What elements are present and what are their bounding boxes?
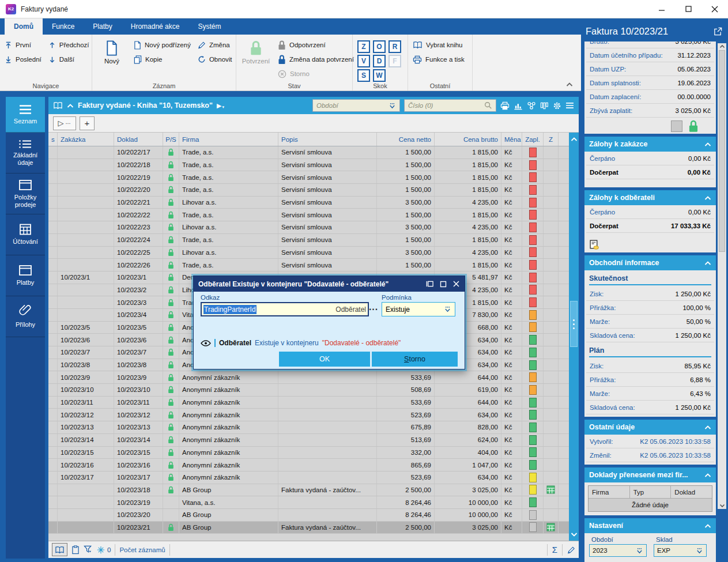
play-filter-icon[interactable]: ▶▾ (217, 102, 224, 110)
table-row[interactable]: 10/2022/24Trade, a.s.Servisní smlouva1 5… (48, 234, 569, 247)
gear-icon[interactable] (553, 101, 561, 110)
col-doklad[interactable]: Doklad (114, 133, 163, 146)
collapse-chevron-icon[interactable] (67, 103, 74, 108)
maximize-icon[interactable] (675, 0, 701, 18)
new-child-button[interactable]: Nový podřízený (134, 39, 191, 51)
table-row[interactable]: 10/2022/19Trade, a.s.Servisní smlouva1 5… (48, 171, 569, 184)
table-row[interactable]: 10/2023/1110/2023/11Anonymní zákazník533… (48, 397, 569, 409)
record-count-label[interactable]: Počet záznamů (119, 546, 165, 553)
table-row[interactable]: 10/2023/910/2023/9Anonymní zákazník533,6… (48, 371, 569, 384)
table-row[interactable]: 10/2022/18Trade, a.s.Servisní smlouva1 5… (48, 159, 569, 172)
copy-button[interactable]: Kopie (134, 54, 191, 65)
sidebar-item-seznam[interactable]: Seznam (6, 97, 45, 133)
table-row[interactable]: 10/2022/25Lihovar a.s.Servisní smlouva3 … (48, 247, 569, 259)
col-cena-netto[interactable]: Cena netto (377, 133, 435, 146)
jump-key-f[interactable]: F (388, 55, 401, 67)
open-external-icon[interactable] (714, 27, 722, 36)
col-ps[interactable]: P/S (163, 133, 179, 146)
ribbon-collapse-icon[interactable] (566, 82, 573, 87)
chart-icon[interactable] (514, 101, 523, 110)
jump-key-r[interactable]: R (388, 40, 401, 53)
table-row[interactable]: 10/2023/1310/2023/13Anonymní zákazník675… (48, 421, 569, 434)
tab-domu[interactable]: Domů (5, 18, 43, 35)
close-icon[interactable] (701, 0, 728, 18)
chevron-up-icon[interactable] (704, 195, 711, 201)
table-row[interactable]: 10/2022/26Trade, a.s.Servisní smlouva1 5… (48, 259, 569, 271)
dock-icon[interactable] (426, 280, 434, 288)
select-book-button[interactable]: Vybrat knihu (413, 39, 465, 51)
filter-icon[interactable] (84, 545, 93, 554)
chevron-up-icon[interactable] (704, 425, 711, 430)
jump-key-o[interactable]: O (373, 40, 386, 53)
book-icon[interactable] (53, 101, 63, 110)
table-row[interactable]: 10/2023/20AB Group8 264,4610 000,00Kč (48, 509, 569, 522)
sidebar-item-zakladni-udaje[interactable]: Základní údaje (6, 133, 45, 173)
close-icon[interactable] (452, 280, 460, 288)
chevron-up-icon[interactable] (704, 473, 711, 478)
jump-key-z[interactable]: Z (357, 40, 370, 53)
col-z[interactable]: Z (544, 133, 559, 146)
table-row[interactable]: 10/2022/21Lihovar a.s.Servisní smlouva3 … (48, 197, 569, 209)
table-row[interactable]: 10/2023/1610/2023/16Anonymní zákazník865… (48, 459, 569, 472)
previous-button[interactable]: Předchozí (48, 39, 89, 51)
tab-hromadne-akce[interactable]: Hromadné akce (122, 18, 189, 35)
col-zapl[interactable]: Zapl. (522, 133, 544, 146)
storno-button[interactable]: Storno (278, 68, 354, 80)
table-row[interactable]: 10/2023/1410/2023/14Anonymní zákazník513… (48, 434, 569, 447)
minimize-icon[interactable] (648, 0, 675, 18)
scroll-down-icon[interactable] (569, 528, 579, 541)
tab-platby[interactable]: Platby (84, 18, 121, 35)
table-row[interactable]: 10/2023/1710/2023/17Anonymní zákazník523… (48, 472, 569, 484)
col-cena-brutto[interactable]: Cena brutto (435, 133, 501, 146)
dialog-titlebar[interactable]: Odběratel Existuje v kontejneru "Dodavat… (194, 276, 465, 292)
col-zakazka[interactable]: Zakázka (58, 133, 114, 146)
table-row[interactable]: 10/2023/21AB GroupFaktura vydaná - zaúčt… (48, 522, 569, 534)
storno-button[interactable]: Storno (372, 352, 458, 367)
add-button[interactable]: + (80, 116, 95, 130)
chevron-up-icon[interactable] (704, 523, 711, 529)
podminka-combo[interactable]: Existuje (382, 302, 455, 316)
panel-scrollbar[interactable] (718, 43, 726, 509)
new-button[interactable]: Nový (97, 39, 127, 65)
book-view-toggle[interactable] (52, 543, 67, 556)
col-mena[interactable]: Měna (501, 133, 522, 146)
scroll-thumb[interactable] (570, 301, 578, 347)
jump-key-w[interactable]: W (373, 69, 386, 82)
first-button[interactable]: První (5, 39, 42, 51)
jump-key-s[interactable]: S (357, 69, 370, 82)
grid-vscrollbar[interactable] (569, 133, 579, 541)
tab-system[interactable]: Systém (188, 18, 230, 35)
unconfirm-button[interactable]: Odpotvrzení (278, 39, 354, 51)
sidebar-item-uctovani[interactable]: Účtování (6, 214, 45, 255)
sidebar-item-prilohy[interactable]: Přílohy (6, 296, 45, 337)
clipboard-icon[interactable] (71, 545, 80, 555)
sidebar-item-platby[interactable]: Platby (6, 255, 45, 296)
table-row[interactable]: 10/2022/20Trade, a.s.Servisní smlouva1 5… (48, 184, 569, 197)
maximize-icon[interactable] (440, 281, 447, 288)
sklad-combo[interactable]: EXP (654, 544, 707, 557)
table-row[interactable]: 10/2023/1210/2023/12Anonymní zákazník523… (48, 409, 569, 421)
table-row[interactable]: 10/2022/23Lihovar a.s.Servisní smlouva3 … (48, 221, 569, 234)
menu-icon[interactable] (565, 102, 574, 109)
relations-icon[interactable] (527, 101, 536, 110)
jump-key-d[interactable]: D (373, 55, 386, 67)
snowflake-icon[interactable] (97, 546, 105, 554)
next-button[interactable]: Další (48, 54, 89, 65)
more-button[interactable]: ··· (369, 304, 378, 315)
scroll-up-icon[interactable] (719, 44, 725, 48)
advance-document-icon[interactable] (589, 240, 599, 250)
payment-checkbox[interactable] (671, 120, 682, 132)
jump-key-v[interactable]: V (357, 55, 370, 67)
eye-icon[interactable] (201, 340, 211, 347)
chevron-up-icon[interactable] (704, 261, 711, 266)
sum-icon[interactable]: Σ (552, 545, 557, 555)
sidebar-item-polozky-prodeje[interactable]: Položky prodeje (6, 173, 45, 214)
tab-funkce[interactable]: Funkce (43, 18, 84, 35)
table-row[interactable]: 10/2023/19Vitana, a.s.8 264,4610 000,00K… (48, 496, 569, 509)
col-s[interactable]: s (48, 133, 58, 146)
last-button[interactable]: Poslední (5, 54, 42, 65)
ok-button[interactable]: OK (279, 352, 370, 367)
functions-print-button[interactable]: Funkce a tisk (413, 54, 465, 65)
table-row[interactable]: 10/2023/18AB GroupFaktura vydaná - zaúčt… (48, 484, 569, 497)
table-row[interactable]: 10/2022/17Trade, a.s.Servisní smlouva1 5… (48, 146, 569, 159)
